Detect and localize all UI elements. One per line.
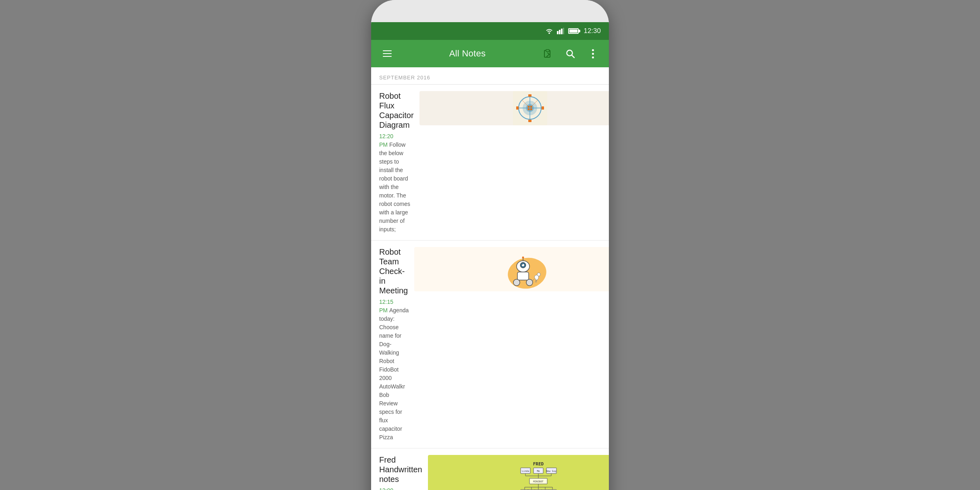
note-time-3: 12:00 PM [379,487,393,490]
more-button[interactable] [585,46,601,62]
svg-rect-31 [517,272,529,280]
svg-point-32 [513,279,520,286]
note-thumbnail-2 [414,247,609,291]
note-preview-3: 12:00 PMHackaton Team Names Project Peng… [379,486,422,490]
note-title-1: Robot Flux Capacitor Diagram [379,91,414,130]
signal-icon [557,28,564,34]
more-icon [592,49,594,58]
svg-rect-4 [563,28,564,34]
search-button[interactable] [562,46,578,62]
svg-rect-1 [557,31,559,34]
svg-line-8 [572,55,574,58]
svg-rect-21 [528,120,532,122]
phone-shell: 12:30 All Notes [371,0,609,490]
svg-point-34 [537,273,540,276]
svg-rect-19 [542,106,544,110]
robot-sketch-svg [503,247,547,291]
status-time: 12:30 [583,27,601,35]
note-title-3: Fred Handwritten notes [379,455,422,484]
phone-screen: 12:30 All Notes [371,22,609,490]
section-header-text: SEPTEMBER 2016 [379,75,430,81]
svg-point-33 [526,279,533,286]
note-thumbnail-1 [419,91,609,125]
status-bar: 12:30 [371,22,609,40]
clipboard-icon [542,48,553,59]
note-item-1[interactable]: Robot Flux Capacitor Diagram 12:20 PMFol… [371,85,609,241]
app-bar-title: All Notes [402,48,533,59]
circuit-diagram-svg [513,91,547,125]
note-thumbnail-3: FRED Linda Me New Guy [428,455,609,490]
app-bar: All Notes [371,40,609,67]
svg-rect-3 [561,29,563,34]
svg-point-0 [549,33,550,34]
status-icons: 12:30 [545,27,601,35]
svg-text:Me: Me [537,469,540,472]
note-item-2[interactable]: Robot Team Check-in Meeting 12:15 PMAgen… [371,241,609,448]
content-area: SEPTEMBER 2016 Robot Flux Capacitor Diag… [371,67,609,490]
search-icon [565,48,575,59]
hamburger-icon [383,50,392,57]
note-preview-text-1: Follow the below steps to install the ro… [379,141,410,233]
svg-text:Linda: Linda [522,469,529,472]
section-header: SEPTEMBER 2016 [371,67,609,85]
svg-text:New Guy: New Guy [546,469,557,473]
note-preview-1: 12:20 PMFollow the below steps to instal… [379,132,414,234]
svg-text:FRED: FRED [533,461,544,467]
svg-point-30 [522,257,524,259]
svg-rect-20 [528,94,532,97]
svg-text:MINIBOT: MINIBOT [534,480,544,483]
svg-rect-2 [559,30,561,34]
battery-icon [568,28,579,34]
fred-notes-svg: FRED Linda Me New Guy [517,458,560,490]
note-text-2: Robot Team Check-in Meeting 12:15 PMAgen… [379,247,409,442]
note-item-3[interactable]: Fred Handwritten notes 12:00 PMHackaton … [371,448,609,490]
note-preview-text-2: Agenda today: Choose name for Dog-Walkin… [379,307,409,440]
svg-point-28 [522,264,523,265]
phone-top-bezel [371,0,609,22]
wifi-icon [545,28,554,34]
note-text-1: Robot Flux Capacitor Diagram 12:20 PMFol… [379,91,414,234]
note-text-3: Fred Handwritten notes 12:00 PMHackaton … [379,455,422,490]
note-preview-2: 12:15 PMAgenda today: Choose name for Do… [379,298,409,442]
svg-rect-18 [516,106,519,110]
menu-button[interactable] [379,46,395,62]
note-title-2: Robot Team Check-in Meeting [379,247,409,295]
svg-rect-6 [546,50,549,52]
clipboard-button[interactable] [540,46,556,62]
